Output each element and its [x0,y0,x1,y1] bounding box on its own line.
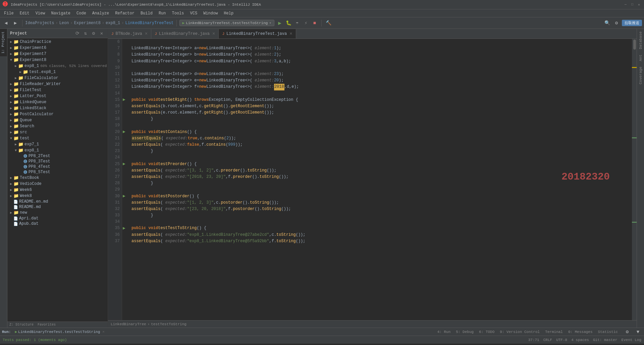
menu-run[interactable]: Run [156,10,169,16]
run-gutter-icon-30[interactable]: ▶ [123,193,125,199]
run-gutter-icon-15[interactable]: ▶ [123,97,125,102]
tree-item-experiment6[interactable]: ▶ 📁 Experiment6 [7,45,108,51]
tree-item-experiment7[interactable]: ▶ 📁 Experiment7 [7,51,108,57]
tab-statistic[interactable]: Statistic [597,329,619,335]
tab-close-linkedbinarytree[interactable]: × [212,31,215,37]
bottom-settings-button[interactable]: ⚙ [623,328,631,336]
tab-6-todo[interactable]: 6: TODO [478,329,496,335]
event-log-button[interactable]: Event Log [622,338,641,342]
tree-item-apub-dat[interactable]: 📄 Apub.dat [7,221,108,226]
run-button[interactable]: ▶ [276,19,284,27]
tab-project[interactable]: 1: Project [0,29,7,56]
status-charset[interactable]: UTF-8 [556,338,567,342]
tree-item-week6[interactable]: ▶ 📁 Week6 [7,187,108,193]
stop-button[interactable]: ■ [311,19,319,27]
breadcrumb-leon[interactable]: Leon [59,21,69,25]
tree-item-exp8-1[interactable]: ▶ 📁 exp8_1 60% classes, 52% lines covere… [7,63,108,69]
run-tab-config[interactable]: ▶ LinkedBinaryTreeTest.testTestToString … [13,329,106,335]
tree-item-pp8-3test[interactable]: 🅒 PP8_3Test [7,159,108,164]
code-editor[interactable]: LinkedBinaryTree<Integer> a=new LinkedBi… [129,39,632,320]
settings-button[interactable]: ⚙ [612,19,621,27]
project-close-button[interactable]: ✕ [98,30,105,37]
tree-item-week8[interactable]: ▶ 📁 Week8 [7,193,108,199]
tree-item-linkedqueue[interactable]: ▶ 📁 LinkedQueue [7,99,108,105]
close-button[interactable]: ✕ [637,2,641,7]
menu-tools[interactable]: Tools [169,10,187,16]
menu-window[interactable]: Window [201,10,220,16]
tab-5-debug[interactable]: 5: Debug [454,329,475,335]
tree-item-test-exp8-1[interactable]: ▶ 📁 test.exp8_1 [7,69,108,75]
menu-help[interactable]: Help [221,10,236,16]
minimize-button[interactable]: — [623,2,628,7]
maximize-button[interactable]: □ [630,2,635,7]
tree-item-pp8-4test[interactable]: 🅒 PP8_4Test [7,164,108,169]
tree-item-test[interactable]: ▼ 📁 test [7,135,108,141]
tab-0-messages[interactable]: 0: Messages [567,329,594,335]
tree-item-filereader[interactable]: ▶ 📁 FileReader_Writer [7,81,108,87]
breadcrumb-testtotostring[interactable]: testTestToString [151,322,186,326]
run-config-selector[interactable]: ▶ LinkedBinaryTreeTest.testTestToString … [179,20,275,26]
menu-vcs[interactable]: VCS [187,10,200,16]
breadcrumb-ideaprojects[interactable]: IdeaProjects [25,21,54,25]
run-gutter-icon-25[interactable]: ▶ [123,161,125,166]
menu-file[interactable]: File [1,10,16,16]
menu-code[interactable]: Code [74,10,89,16]
tree-item-vediocode[interactable]: ▶ 📁 VedioCode [7,181,108,187]
run-gutter-icon-20[interactable]: ▶ [123,129,125,134]
status-crlf[interactable]: CRLF [543,338,552,342]
tree-item-search[interactable]: ▶ 📁 Search [7,123,108,129]
right-scrollbar[interactable] [632,39,637,320]
tab-linkedbinarytree[interactable]: J LinkedBinaryTree.java × [151,29,219,39]
menu-analyze[interactable]: Analyze [90,10,112,16]
tab-close-btnode[interactable]: × [145,31,148,37]
menu-edit[interactable]: Edit [17,10,32,16]
menu-navigate[interactable]: Navigate [48,10,73,16]
breadcrumb-exp8-1[interactable]: exp8_1 [106,21,120,25]
breadcrumb-active[interactable]: LinkedBinaryTreeTest [125,21,173,25]
breadcrumb-experiment8[interactable]: Experiment8 [74,21,101,25]
window-controls[interactable]: — □ ✕ [623,2,641,7]
menu-view[interactable]: View [33,10,48,16]
git-push-button[interactable]: 拉取推送 [622,20,642,26]
tree-item-apri-dat[interactable]: 📄 Apri.dat [7,216,108,221]
menu-build[interactable]: Build [138,10,155,16]
tab-linkedbinarytreetest[interactable]: J LinkedBinaryTreeTest.java × [219,29,296,39]
tree-item-experiment8[interactable]: ▼ 📁 Experiment8 [7,57,108,63]
tree-item-test-exp8-1-folder[interactable]: ▼ 📁 exp8_1 [7,147,108,153]
profile-button[interactable]: ⚡ [302,19,310,27]
status-position[interactable]: 37:71 [528,338,539,342]
bottom-hide-button[interactable]: ▼ [634,328,642,336]
tree-item-latterpost[interactable]: ▶ 📁 Latter_Post [7,93,108,99]
tree-item-textbook[interactable]: ▶ 📁 TextBook [7,175,108,181]
tree-item-readme[interactable]: 📄 README.md [7,204,108,210]
build-button[interactable]: 🔨 [324,19,332,27]
coverage-button[interactable]: ☂ [293,19,301,27]
tree-item-pp8-2test[interactable]: 🅒 PP8_2Test [7,153,108,159]
tab-z-structure[interactable]: Z: Structure [7,322,36,328]
menu-refactor[interactable]: Refactor [112,10,137,16]
tab-ant[interactable]: Ant [638,52,644,64]
tree-item-new[interactable]: ▶ 📁 new [7,210,108,216]
back-button[interactable]: ◀ [2,19,10,27]
project-sync-button[interactable]: ⟳ [74,30,81,37]
project-settings-button[interactable]: ⚙ [90,30,97,37]
debug-button[interactable]: 🐛 [284,19,292,27]
status-indent[interactable]: 4 spaces [571,338,589,342]
tab-database[interactable]: Database [638,29,644,52]
tab-btnode[interactable]: J BTNode.java × [108,29,151,39]
run-gutter-icon-35[interactable]: ▶ [123,225,125,231]
status-git[interactable]: Git: master [593,338,618,342]
tab-coverage[interactable]: Coverage [638,64,644,87]
forward-button[interactable]: ▶ [11,19,19,27]
tab-terminal[interactable]: Terminal [544,329,564,335]
project-expand-button[interactable]: ⇅ [82,30,89,37]
tree-item-exp7-1[interactable]: ▶ 📁 exp7_1 [7,141,108,147]
tab-9-vcs[interactable]: 9: Version Control [498,329,541,335]
breadcrumb-linkedbinarytree[interactable]: LinkedBinaryTree [111,322,146,326]
tree-item-linkedstack[interactable]: ▶ 📁 LinkedStack [7,105,108,111]
tree-item-postcalculator[interactable]: ▶ 📁 PostCalculator [7,111,108,117]
tree-item-filecalculator[interactable]: ▶ 📁 FileCalculator [7,75,108,81]
tree-item-src[interactable]: ▶ 📁 src [7,129,108,135]
tree-item-queue[interactable]: ▶ 📁 Queue [7,117,108,123]
tree-item-readme-en[interactable]: 📄 README.en.md [7,199,108,204]
